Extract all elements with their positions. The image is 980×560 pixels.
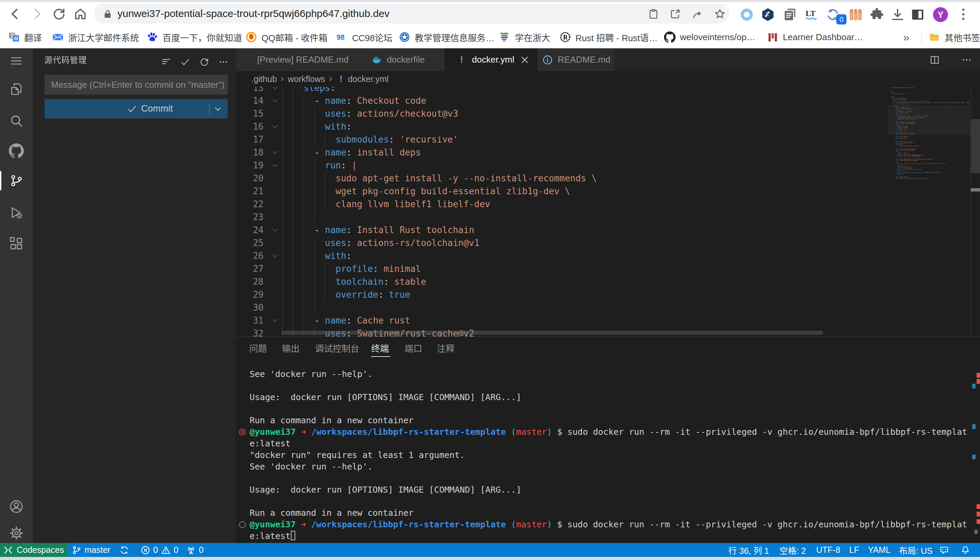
terminal-row[interactable]: @yunwei37 ➜ /workspaces/libbpf-rs-starte… <box>249 426 978 438</box>
activity-account[interactable] <box>9 499 24 514</box>
bookmark-item[interactable]: Learner Dashboar… <box>767 26 863 48</box>
extensions-menu-icon[interactable] <box>869 7 884 22</box>
cursor-position[interactable]: 行 36, 列 1 <box>728 543 769 557</box>
activity-explorer[interactable] <box>9 82 24 97</box>
bookmark-item[interactable]: 百度一下，你就知道 <box>146 26 242 48</box>
profile-avatar[interactable]: Y <box>933 7 948 22</box>
bookmark-item[interactable]: 98CC98论坛 <box>336 26 392 48</box>
panel-tab-4[interactable]: 端口 <box>405 337 422 361</box>
ext-ring-icon[interactable] <box>739 7 754 22</box>
share-icon[interactable] <box>692 8 703 20</box>
tab-close-icon[interactable] <box>520 55 530 65</box>
commit-message-input[interactable]: Message (Ctrl+Enter to commit on "master… <box>45 75 228 95</box>
bookmark-item[interactable]: 教学管理信息服务… <box>399 26 495 48</box>
terminal-row[interactable]: See 'docker run --help'. <box>249 368 978 380</box>
bookmark-item[interactable]: RRust 招聘 - Rust语… <box>559 26 657 48</box>
sidebar-more-icon[interactable] <box>218 57 229 67</box>
bookmarks-overflow-chevron[interactable]: » <box>903 26 910 48</box>
editor-vertical-scrollbar[interactable] <box>971 119 980 173</box>
refresh-icon[interactable] <box>199 57 209 67</box>
code-editor[interactable]: 13 steps: 14 - name: Checkout code 15 us… <box>236 87 980 337</box>
activity-source-control[interactable] <box>9 173 24 188</box>
other-bookmarks[interactable]: 其他书签 <box>928 26 980 48</box>
ext-hex-icon[interactable] <box>760 7 775 22</box>
eol-indicator[interactable]: LF <box>849 543 859 557</box>
tab-docker.yml[interactable]: !docker.yml <box>445 48 538 71</box>
terminal-row[interactable]: Run a command in a new container <box>249 415 978 426</box>
tab-[preview]-readme.md[interactable]: [Preview] README.md <box>236 48 365 71</box>
editor-horizontal-scrollbar[interactable] <box>282 331 823 335</box>
feedback-icon[interactable] <box>939 543 949 557</box>
bookmark-star-icon[interactable] <box>714 8 726 20</box>
ext-bullets-icon[interactable] <box>848 7 863 22</box>
problems-indicator[interactable]: 00 <box>140 543 179 557</box>
sync-indicator[interactable] <box>119 543 129 557</box>
terminal-row[interactable]: e:latest <box>249 438 978 450</box>
panel-tab-3[interactable]: 终端 <box>371 337 389 361</box>
terminal-row[interactable] <box>249 380 978 392</box>
activity-github[interactable] <box>9 143 24 158</box>
tab-dockerfile[interactable]: dockerfile <box>365 48 445 71</box>
activity-debug[interactable] <box>9 205 24 220</box>
panel-tab-5[interactable]: 注释 <box>437 337 455 361</box>
terminal-row[interactable]: Run a command in a new container <box>249 507 978 519</box>
minimap[interactable]: name: Build and public docker imageon: p… <box>888 87 970 337</box>
address-bar[interactable]: yunwei37-potential-space-trout-rpr5qwj66… <box>94 4 729 23</box>
forward-icon[interactable] <box>30 7 45 22</box>
commit-button[interactable]: Commit <box>45 99 228 118</box>
terminal-row[interactable]: Usage: docker run [OPTIONS] IMAGE [COMMA… <box>249 484 978 496</box>
branch-indicator[interactable]: master <box>72 543 110 557</box>
terminal-row[interactable]: Usage: docker run [OPTIONS] IMAGE [COMMA… <box>249 392 978 403</box>
menu-button[interactable] <box>10 54 23 68</box>
bookmark-item[interactable]: weloveinterns/op… <box>664 26 755 48</box>
split-screen-icon[interactable] <box>910 7 925 22</box>
activity-extensions[interactable] <box>9 236 24 251</box>
open-new-icon[interactable] <box>669 8 681 20</box>
terminal-row[interactable]: See 'docker run --help'. <box>249 461 978 473</box>
terminal-row[interactable] <box>249 496 978 507</box>
breadcrumb-folder[interactable]: .github <box>251 74 277 84</box>
browser-menu-icon[interactable] <box>955 7 971 22</box>
ext-copies-icon[interactable] <box>783 7 798 22</box>
breadcrumb-file[interactable]: docker.yml <box>348 74 388 84</box>
bookmark-item[interactable]: 浙江大学邮件系统 <box>52 26 139 48</box>
split-editor-icon[interactable] <box>929 55 940 65</box>
terminal-row[interactable] <box>249 473 978 484</box>
editor-more-icon[interactable] <box>961 55 972 65</box>
terminal-row[interactable]: @yunwei37 ➜ /workspaces/libbpf-rs-starte… <box>249 519 978 530</box>
terminal-row[interactable]: "docker run" requires at least 1 argumen… <box>249 450 978 461</box>
remote-indicator[interactable]: Codespaces <box>0 543 67 557</box>
clipboard-icon[interactable] <box>648 8 659 20</box>
view-mode-icon[interactable] <box>161 57 171 67</box>
ports-indicator[interactable]: 0 <box>186 543 204 557</box>
language-indicator[interactable]: YAML <box>868 543 890 557</box>
encoding-indicator[interactable]: UTF-8 <box>816 543 840 557</box>
bookmark-item[interactable]: 文G翻译 <box>8 26 42 48</box>
command-failed-icon[interactable] <box>238 428 246 436</box>
layout-indicator[interactable]: 布局: US <box>899 543 933 557</box>
breadcrumb-folder[interactable]: workflows <box>288 74 325 84</box>
url-text[interactable]: yunwei37-potential-space-trout-rpr5qwj66… <box>117 4 390 23</box>
ext-languagetool-icon[interactable]: LT <box>804 7 819 22</box>
bookmark-item[interactable]: 学在浙大 <box>499 26 550 48</box>
commit-action-icon[interactable] <box>180 57 191 67</box>
panel-tab-1[interactable]: 输出 <box>282 337 299 361</box>
reload-icon[interactable] <box>52 7 67 22</box>
notifications-bell-icon[interactable] <box>960 543 970 557</box>
terminal-row[interactable] <box>249 403 978 415</box>
panel-tab-0[interactable]: 问题 <box>249 337 267 361</box>
command-pending-icon[interactable] <box>238 520 246 529</box>
panel-tab-2[interactable]: 调试控制台 <box>315 337 359 361</box>
minimap-slider[interactable] <box>888 105 970 135</box>
activity-settings[interactable] <box>9 526 24 541</box>
downloads-icon[interactable] <box>890 7 905 22</box>
back-icon[interactable] <box>7 7 22 22</box>
bookmark-item[interactable]: QQ邮箱 - 收件箱 <box>246 26 328 48</box>
commit-dropdown-icon[interactable] <box>213 104 223 114</box>
tab-readme.md[interactable]: README.md <box>538 48 615 71</box>
home-icon[interactable] <box>73 7 88 22</box>
activity-search[interactable] <box>9 113 24 128</box>
indentation-indicator[interactable]: 空格: 2 <box>779 543 806 557</box>
indent-guide <box>282 87 283 94</box>
terminal-row[interactable]: e:latest <box>249 530 978 542</box>
